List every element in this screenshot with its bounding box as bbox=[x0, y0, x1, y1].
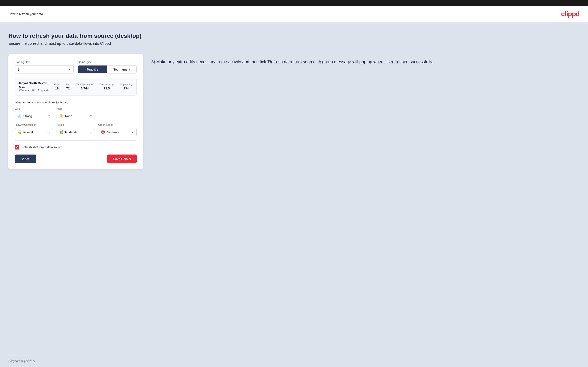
button-row: Cancel Save Details bbox=[15, 155, 137, 163]
fairway-value: Normal bbox=[23, 131, 48, 134]
par-label: Par bbox=[66, 83, 70, 86]
yards-stat: Yards/White (M)) 6,744 bbox=[76, 83, 93, 90]
wind-select[interactable]: 💨 Strong ▼ bbox=[15, 112, 53, 120]
fairway-label: Fairway Conditions bbox=[15, 124, 53, 126]
holes-stat: Holes 18 bbox=[54, 83, 60, 90]
conditions-grid-1: Wind 💨 Strong ▼ Rain ☀️ None ▼ bbox=[15, 107, 137, 120]
game-type-buttons: Practice Tournament bbox=[78, 65, 137, 74]
rain-group: Rain ☀️ None ▼ bbox=[57, 107, 95, 120]
divider bbox=[15, 141, 137, 141]
green-speed-icon: 🎯 bbox=[101, 130, 105, 134]
wind-chevron-icon: ▼ bbox=[48, 115, 51, 117]
starting-hole-group: Starting Hole 1 ▼ bbox=[15, 60, 74, 74]
rain-select[interactable]: ☀️ None ▼ bbox=[57, 112, 95, 120]
form-panel: Starting Hole 1 ▼ Game Type Practice Tou… bbox=[9, 54, 143, 169]
rough-group: Rough 🌿 Moderate ▼ bbox=[57, 124, 95, 136]
practice-button[interactable]: Practice bbox=[78, 66, 107, 73]
wind-value: Strong bbox=[23, 114, 48, 118]
page-title: How to refresh your data from source (de… bbox=[9, 33, 579, 39]
wind-label: Wind bbox=[15, 107, 53, 110]
rain-value: None bbox=[65, 114, 90, 118]
slope-rating-label: Slope rating bbox=[120, 83, 132, 86]
fairway-icon: ⛳ bbox=[17, 130, 22, 134]
content-area: Starting Hole 1 ▼ Game Type Practice Tou… bbox=[9, 54, 579, 169]
course-rating-stat: Course rating 72.5 bbox=[100, 83, 113, 90]
cancel-button[interactable]: Cancel bbox=[15, 155, 36, 163]
rough-chevron-icon: ▼ bbox=[90, 131, 92, 134]
green-speed-select[interactable]: 🎯 Moderate ▼ bbox=[98, 128, 137, 136]
game-type-group: Game Type Practice Tournament bbox=[78, 60, 137, 74]
rain-chevron-icon: ▼ bbox=[90, 115, 92, 117]
course-rating-label: Course rating bbox=[100, 83, 113, 86]
course-location: Westward Ho!, England bbox=[19, 89, 54, 92]
yards-label: Yards/White (M)) bbox=[76, 83, 93, 86]
starting-hole-wrapper: 1 ▼ bbox=[15, 65, 74, 74]
holes-value: 18 bbox=[55, 86, 59, 90]
holes-label: Holes bbox=[54, 83, 60, 86]
footer: Copyright Clippd 2022 bbox=[0, 355, 588, 367]
slope-rating-stat: Slope rating 134 bbox=[120, 83, 132, 90]
rough-icon: 🌿 bbox=[59, 130, 63, 134]
rough-label: Rough bbox=[57, 124, 95, 126]
course-stats: Holes 18 Par 72 Yards/White (M)) 6,744 C… bbox=[54, 83, 132, 90]
green-speed-label: Green Speed bbox=[98, 124, 137, 126]
rough-select[interactable]: 🌿 Moderate ▼ bbox=[57, 128, 95, 136]
game-type-label: Game Type bbox=[78, 60, 137, 64]
main-content: How to refresh your data from source (de… bbox=[0, 22, 588, 355]
breadcrumb: How to refresh your data bbox=[9, 12, 43, 16]
starting-hole-select[interactable]: 1 bbox=[15, 65, 74, 74]
info-text: 3) Make any extra edits necessary to the… bbox=[151, 58, 579, 65]
rough-value: Moderate bbox=[65, 131, 90, 134]
green-speed-value: Moderate bbox=[107, 131, 131, 134]
course-rating-value: 72.5 bbox=[104, 86, 110, 90]
course-name: Royal North Devon GC, bbox=[19, 81, 54, 88]
refresh-row: Refresh shots from data source bbox=[15, 145, 137, 150]
starting-hole-label: Starting Hole bbox=[15, 60, 74, 64]
fairway-group: Fairway Conditions ⛳ Normal ▼ bbox=[15, 124, 53, 136]
conditions-grid-2: Fairway Conditions ⛳ Normal ▼ Rough 🌿 Mo… bbox=[15, 124, 137, 136]
tournament-button[interactable]: Tournament bbox=[107, 66, 137, 73]
wind-group: Wind 💨 Strong ▼ bbox=[15, 107, 53, 120]
wind-icon: 💨 bbox=[17, 114, 22, 118]
refresh-checkbox[interactable] bbox=[15, 145, 19, 150]
page-subtitle: Ensure the correct and most up to date d… bbox=[9, 41, 579, 46]
course-info: Royal North Devon GC, Westward Ho!, Engl… bbox=[19, 81, 54, 92]
yards-value: 6,744 bbox=[81, 86, 89, 90]
fairway-select[interactable]: ⛳ Normal ▼ bbox=[15, 128, 53, 136]
copyright: Copyright Clippd 2022 bbox=[9, 359, 35, 363]
save-details-button[interactable]: Save Details bbox=[107, 155, 137, 163]
par-stat: Par 72 bbox=[66, 83, 70, 90]
rain-icon: ☀️ bbox=[59, 114, 63, 118]
top-form-row: Starting Hole 1 ▼ Game Type Practice Tou… bbox=[15, 60, 137, 74]
header: How to refresh your data clippd bbox=[0, 6, 588, 22]
info-panel: 3) Make any extra edits necessary to the… bbox=[151, 54, 579, 69]
green-speed-chevron-icon: ▼ bbox=[131, 131, 134, 134]
par-value: 72 bbox=[66, 86, 70, 90]
course-row: Royal North Devon GC, Westward Ho!, Engl… bbox=[15, 78, 137, 96]
conditions-section-label: Weather and course conditions (optional) bbox=[15, 100, 137, 104]
refresh-label: Refresh shots from data source bbox=[21, 145, 62, 149]
green-speed-group: Green Speed 🎯 Moderate ▼ bbox=[98, 124, 137, 136]
slope-rating-value: 134 bbox=[123, 86, 129, 90]
logo: clippd bbox=[561, 10, 579, 18]
rain-label: Rain bbox=[57, 107, 95, 110]
fairway-chevron-icon: ▼ bbox=[48, 131, 51, 134]
